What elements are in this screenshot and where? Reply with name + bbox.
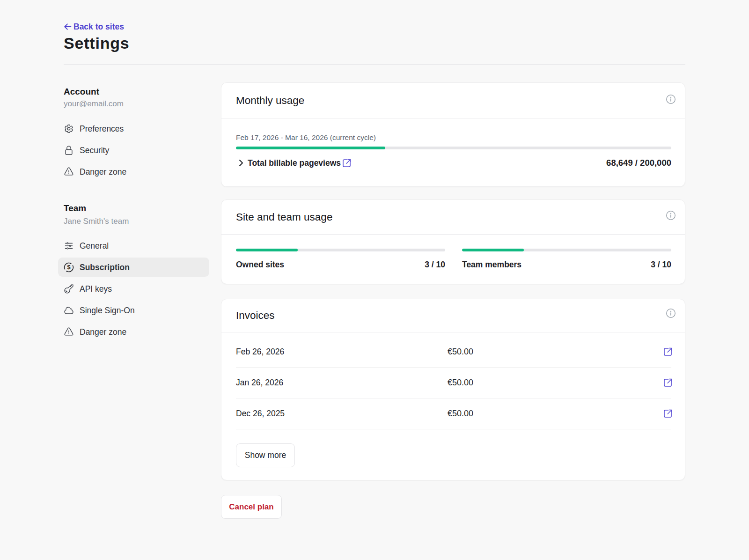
svg-text:$: $ (67, 264, 70, 271)
